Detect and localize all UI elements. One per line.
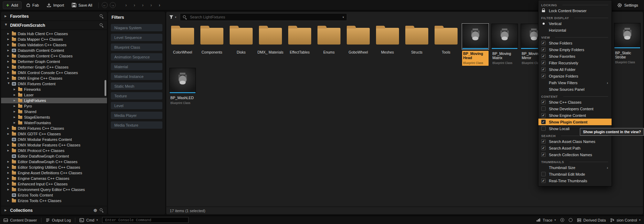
settings-menu-item[interactable]: Horizontal ›: [538, 27, 612, 33]
derived-data-button[interactable]: Derived Data: [577, 218, 606, 222]
settings-menu-item[interactable]: Show Developers Content ›: [538, 105, 612, 112]
breadcrumb-item[interactable]: [147, 3, 155, 8]
tree-item[interactable]: ▶ Datasmith Content C++ Classes: [1, 53, 107, 59]
folder-tile[interactable]: Enums: [315, 23, 343, 66]
menu-item-control-icon[interactable]: [541, 120, 546, 124]
tree-item[interactable]: ▶ DMX Protocol C++ Classes: [1, 148, 107, 153]
tree-item[interactable]: ▶ DMX Fixtures C++ Classes: [1, 126, 107, 131]
tree-expand-icon[interactable]: ▶: [7, 199, 10, 202]
menu-item-control-icon[interactable]: [541, 178, 546, 183]
menu-item-control-icon[interactable]: [541, 8, 546, 13]
content-drawer-button[interactable]: Content Drawer: [3, 218, 37, 222]
tree-item[interactable]: ▶ Engine Cameras C++ Classes: [1, 176, 107, 181]
tree-expand-icon[interactable]: ▶: [14, 105, 16, 107]
settings-menu-item[interactable]: Search Collection Names ›: [538, 151, 612, 158]
output-log-button[interactable]: Output Log: [46, 218, 71, 222]
tree-expand-icon[interactable]: ▶: [7, 166, 10, 169]
tree-expand-icon[interactable]: ▶: [7, 38, 10, 41]
folder-tile[interactable]: DMX_ Materials: [256, 23, 285, 66]
asset-tile[interactable]: BP_Static Strobe Blueprint Class: [613, 23, 642, 65]
folder-tile[interactable]: Components: [198, 23, 226, 66]
filter-chip[interactable]: Material: [111, 63, 162, 70]
folder-tile[interactable]: GoboWheel: [344, 23, 373, 66]
menu-item-control-icon[interactable]: [541, 126, 546, 131]
trace-record-icon[interactable]: [560, 218, 564, 222]
settings-menu-item[interactable]: Thumbnail Size ›: [538, 164, 612, 171]
menu-item-control-icon[interactable]: [541, 61, 546, 65]
settings-menu-item[interactable]: Lock Content Browser ›: [538, 7, 612, 14]
tree-expand-icon[interactable]: ▶: [14, 121, 16, 124]
cmd-dropdown[interactable]: Cmd ▾: [79, 218, 98, 222]
revision-control-button[interactable]: sion Control ▾: [610, 218, 641, 222]
tree-item[interactable]: ▶ Erizos Tools C++ Classes: [1, 198, 107, 203]
tree-item[interactable]: ▶ DMX Modular Features C++ Classes: [1, 142, 107, 148]
breadcrumb-item[interactable]: [138, 3, 147, 8]
folder-tile[interactable]: Disks: [227, 23, 255, 66]
favorites-expand-icon[interactable]: ▶: [5, 15, 8, 18]
tree-item[interactable]: ▶ Deformer Graph C++ Classes: [1, 64, 107, 70]
favorites-header[interactable]: ▶ Favorites: [1, 12, 107, 21]
tree-expand-icon[interactable]: ▶: [7, 144, 10, 146]
search-history-caret-icon[interactable]: ▾: [343, 16, 344, 19]
root-expand-icon[interactable]: ▶: [5, 24, 8, 27]
tree-item[interactable]: ▶ Fireworks: [1, 87, 107, 92]
forward-button[interactable]: →: [110, 2, 116, 8]
settings-menu-item[interactable]: Show Folders ›: [538, 40, 612, 46]
tree-expand-icon[interactable]: ▶: [7, 133, 10, 135]
tree-item[interactable]: ▶ StageElements: [1, 114, 107, 120]
menu-item-control-icon[interactable]: [541, 80, 546, 85]
collections-header[interactable]: ▶ Collections ⊕: [1, 206, 107, 214]
tree-item[interactable]: ▶ Environment Query Editor C++ Classes: [1, 187, 107, 192]
add-collection-icon[interactable]: ⊕: [93, 208, 97, 213]
asset-tile[interactable]: BP_WashLED Blueprint Class: [168, 67, 197, 110]
settings-menu-item[interactable]: Organize Folders ›: [538, 73, 612, 79]
tree-expand-icon[interactable]: ▶: [7, 66, 10, 69]
tree-expand-icon[interactable]: ▶: [7, 127, 10, 130]
tree-item[interactable]: ▶ Data Mapper C++ Classes: [1, 37, 107, 42]
menu-item-control-icon[interactable]: [541, 41, 546, 45]
filter-chip[interactable]: Level Sequence: [111, 34, 162, 41]
settings-menu-item[interactable]: Search Asset Class Names ›: [538, 138, 612, 145]
tree-item[interactable]: ▶ Data Hub Client C++ Classes: [1, 31, 107, 37]
console-command-input[interactable]: [105, 218, 186, 223]
tree-item[interactable]: ▶ Editor Scripting Utilities C++ Classes: [1, 165, 107, 170]
settings-menu-item[interactable]: Search Asset Path ›: [538, 145, 612, 151]
menu-item-control-icon[interactable]: [541, 152, 546, 157]
breadcrumb-item[interactable]: [122, 3, 130, 8]
breadcrumb-item[interactable]: [155, 3, 163, 8]
tree-item[interactable]: ▶ Deformer Graph Content: [1, 59, 107, 64]
filter-chip[interactable]: Blueprint Class: [111, 43, 162, 51]
sidebar-scrollbar-thumb[interactable]: [105, 80, 106, 96]
tree-item[interactable]: ▶ Pyro: [1, 103, 107, 109]
settings-menu-item[interactable]: Show Empty Folders ›: [538, 46, 612, 53]
settings-menu-item[interactable]: Show All Folder ›: [538, 66, 612, 73]
back-button[interactable]: ←: [102, 2, 108, 8]
menu-item-control-icon[interactable]: [541, 172, 546, 176]
settings-menu-item[interactable]: Path View Filters ›: [538, 79, 612, 86]
tree-item[interactable]: ▶ LightFixtures: [1, 98, 107, 103]
asset-tile[interactable]: BP_Moving Head Blueprint Class: [461, 23, 490, 66]
asset-tile[interactable]: BP_Moving Matrix Blueprint Class: [490, 23, 519, 66]
filter-dropdown-button[interactable]: ▾: [169, 15, 176, 19]
tree-item[interactable]: ▶ Datasmith Content Content: [1, 48, 107, 53]
tree-expand-icon[interactable]: ▶: [14, 99, 16, 102]
favorites-search-icon[interactable]: [100, 14, 104, 18]
search-box[interactable]: ▾: [180, 13, 347, 21]
filter-chip[interactable]: Static Mesh: [111, 82, 162, 90]
folder-tile[interactable]: Tools: [432, 23, 460, 66]
tree-expand-icon[interactable]: ▶: [7, 55, 10, 57]
collections-expand-icon[interactable]: ▶: [5, 209, 8, 212]
tree-expand-icon[interactable]: ▶: [14, 94, 16, 96]
breadcrumb-item[interactable]: [130, 3, 138, 8]
folder-tile[interactable]: Meshes: [373, 23, 402, 66]
tree-item[interactable]: ▶ WaterFountains: [1, 120, 107, 126]
tree-item[interactable]: ▶ DMX Modular Features Content: [1, 137, 107, 142]
menu-item-control-icon[interactable]: [541, 67, 546, 72]
import-button[interactable]: Import: [44, 1, 67, 9]
collections-search-icon[interactable]: [100, 208, 104, 212]
tree-expand-icon[interactable]: ▶: [7, 60, 10, 63]
filter-chip[interactable]: Media Texture: [111, 121, 162, 129]
menu-item-control-icon[interactable]: [541, 146, 546, 150]
tree-item[interactable]: ▶ DMX Engine C++ Classes: [1, 75, 107, 81]
menu-item-control-icon[interactable]: [541, 87, 546, 91]
